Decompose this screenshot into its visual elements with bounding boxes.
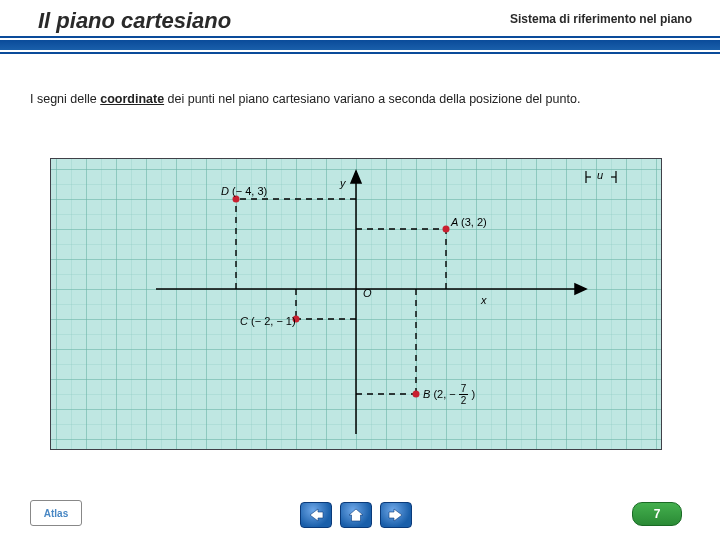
body-text: I segni delle coordinate dei punti nel p… (30, 92, 580, 106)
page-title: Il piano cartesiano (38, 8, 231, 34)
cartesian-plane-chart: y x O u A (3, 2) D (− 4, 3) C (− 2, − 1)… (50, 158, 662, 450)
prev-button[interactable] (300, 502, 332, 528)
point-B-label: B (2, − 72 ) (423, 384, 475, 407)
x-axis-label: x (481, 294, 487, 306)
chart-svg (51, 159, 661, 449)
point-A (443, 226, 450, 233)
publisher-logo: Atlas (30, 500, 82, 526)
page-subtitle: Sistema di riferimento nel piano (510, 12, 692, 26)
body-text-pre: I segni delle (30, 92, 100, 106)
slide-header: Il piano cartesiano Sistema di riferimen… (0, 0, 720, 50)
arrow-left-icon (308, 508, 324, 522)
logo-text: Atlas (44, 508, 68, 519)
page-number-badge: 7 (632, 502, 682, 526)
point-B (413, 391, 420, 398)
home-button[interactable] (340, 502, 372, 528)
body-text-post: dei punti nel piano cartesiano variano a… (164, 92, 580, 106)
arrow-right-icon (388, 508, 404, 522)
next-button[interactable] (380, 502, 412, 528)
svg-marker-20 (349, 509, 363, 521)
point-D-label: D (− 4, 3) (221, 185, 267, 197)
svg-marker-19 (310, 509, 323, 521)
point-A-label: A (3, 2) (451, 216, 487, 228)
y-axis-label: y (340, 177, 346, 189)
point-C-label: C (− 2, − 1) (240, 315, 296, 327)
header-rule (0, 36, 720, 54)
nav-button-group (300, 502, 412, 528)
origin-label: O (363, 287, 372, 299)
home-icon (348, 508, 364, 522)
body-text-bold: coordinate (100, 92, 164, 106)
svg-marker-21 (389, 509, 402, 521)
unit-label: u (597, 169, 603, 181)
